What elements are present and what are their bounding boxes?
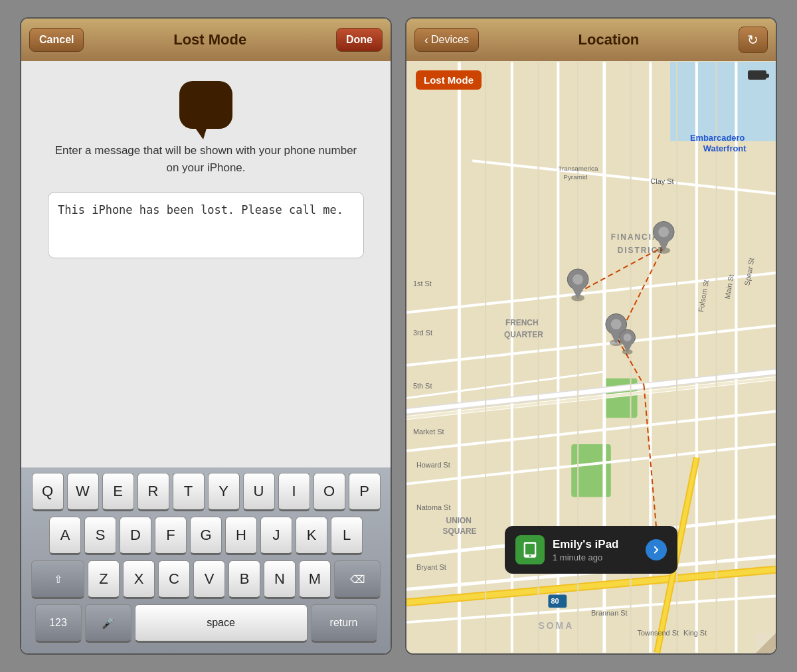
- svg-rect-90: [525, 544, 535, 554]
- key-e[interactable]: E: [102, 473, 134, 511]
- key-u[interactable]: U: [243, 473, 275, 511]
- svg-text:UNION: UNION: [446, 516, 472, 525]
- battery-icon: [748, 70, 766, 80]
- return-key[interactable]: return: [311, 604, 377, 643]
- svg-text:FRENCH: FRENCH: [505, 318, 539, 327]
- svg-text:Clay St: Clay St: [650, 177, 673, 185]
- svg-text:Bryant St: Bryant St: [416, 563, 446, 571]
- key-w[interactable]: W: [67, 473, 99, 511]
- key-n[interactable]: N: [264, 560, 296, 599]
- key-h[interactable]: H: [225, 517, 257, 555]
- nav-bar-right: ‹ Devices Location ↻: [406, 19, 776, 61]
- svg-point-91: [529, 555, 531, 557]
- chevron-right-icon: [650, 544, 662, 556]
- key-m[interactable]: M: [299, 560, 331, 599]
- nav-bar-left: Cancel Lost Mode Done: [21, 19, 391, 61]
- key-l[interactable]: L: [331, 517, 363, 555]
- key-k[interactable]: K: [296, 517, 327, 555]
- svg-text:Howard St: Howard St: [416, 461, 450, 469]
- svg-point-84: [624, 333, 632, 341]
- key-t[interactable]: T: [173, 473, 205, 511]
- key-z[interactable]: Z: [88, 560, 120, 599]
- svg-text:Embarcadero: Embarcadero: [690, 133, 745, 143]
- key-row-2: A S D F G H J K L: [24, 517, 388, 555]
- instruction-text: Enter a message that will be shown with …: [48, 142, 364, 176]
- device-popup[interactable]: Emily's iPad 1 minute ago: [505, 526, 677, 574]
- device-icon-box: [515, 535, 545, 564]
- devices-label: Devices: [431, 34, 469, 46]
- key-row-4: 123 🎤 space return: [24, 604, 388, 643]
- svg-text:SQUARE: SQUARE: [443, 527, 477, 536]
- page-title-left: Lost Mode: [173, 31, 246, 48]
- key-o[interactable]: O: [313, 473, 345, 511]
- key-row-3: ⇧ Z X C V B N M ⌫: [24, 560, 388, 599]
- svg-text:1st St: 1st St: [413, 280, 432, 288]
- key-a[interactable]: A: [49, 517, 81, 555]
- key-d[interactable]: D: [120, 517, 151, 555]
- mic-key[interactable]: 🎤: [85, 604, 132, 643]
- map-container: FINANCIAL DISTRICT FRENCH QUARTER UNION …: [406, 61, 776, 653]
- ipad-icon: [521, 541, 539, 559]
- device-detail-button[interactable]: [646, 539, 667, 560]
- svg-text:Brannan St: Brannan St: [591, 609, 628, 617]
- svg-text:QUARTER: QUARTER: [504, 330, 543, 339]
- svg-text:5th St: 5th St: [413, 382, 432, 390]
- delete-key[interactable]: ⌫: [334, 560, 381, 599]
- key-y[interactable]: Y: [208, 473, 240, 511]
- key-j[interactable]: J: [260, 517, 292, 555]
- svg-text:Transamerica: Transamerica: [558, 165, 598, 172]
- key-p[interactable]: P: [349, 473, 381, 511]
- svg-text:3rd St: 3rd St: [413, 329, 432, 337]
- speech-bubble-icon: [179, 81, 232, 129]
- shift-key[interactable]: ⇧: [31, 560, 84, 599]
- num-key[interactable]: 123: [35, 604, 82, 643]
- svg-text:Natoma St: Natoma St: [416, 503, 451, 511]
- space-key[interactable]: space: [135, 604, 308, 643]
- key-c[interactable]: C: [158, 560, 190, 599]
- key-i[interactable]: I: [278, 473, 310, 511]
- refresh-icon: ↻: [747, 32, 758, 48]
- left-phone: Cancel Lost Mode Done Enter a message th…: [20, 17, 392, 655]
- svg-text:Pyramid: Pyramid: [563, 173, 587, 181]
- svg-text:80: 80: [551, 597, 559, 605]
- chevron-left-icon: ‹: [424, 34, 428, 46]
- devices-button[interactable]: ‹ Devices: [414, 28, 479, 52]
- svg-point-72: [573, 274, 583, 285]
- keyboard: Q W E R T Y U I O P A S D F G H J K L ⇧ …: [21, 467, 391, 653]
- svg-point-76: [658, 226, 669, 237]
- device-info: Emily's iPad 1 minute ago: [553, 538, 638, 562]
- map-corner-curl: [756, 633, 776, 653]
- svg-text:Market St: Market St: [413, 428, 444, 436]
- svg-text:SOMA: SOMA: [539, 620, 575, 631]
- key-g[interactable]: G: [190, 517, 222, 555]
- refresh-button[interactable]: ↻: [739, 27, 768, 53]
- key-s[interactable]: S: [84, 517, 116, 555]
- right-phone: ‹ Devices Location ↻: [405, 17, 777, 655]
- key-q[interactable]: Q: [32, 473, 64, 511]
- key-f[interactable]: F: [155, 517, 187, 555]
- key-r[interactable]: R: [137, 473, 169, 511]
- svg-text:King St: King St: [683, 629, 707, 637]
- done-button[interactable]: Done: [336, 28, 383, 52]
- key-row-1: Q W E R T Y U I O P: [24, 473, 388, 511]
- message-input[interactable]: This iPhone has been lost. Please call m…: [48, 192, 364, 258]
- page-title-right: Location: [578, 31, 640, 48]
- key-v[interactable]: V: [193, 560, 225, 599]
- key-x[interactable]: X: [123, 560, 155, 599]
- device-name: Emily's iPad: [553, 538, 638, 551]
- cancel-button[interactable]: Cancel: [29, 28, 84, 52]
- content-area: Enter a message that will be shown with …: [21, 61, 391, 467]
- key-b[interactable]: B: [228, 560, 260, 599]
- svg-text:Townsend St: Townsend St: [638, 629, 679, 637]
- svg-text:Waterfront: Waterfront: [703, 143, 747, 153]
- device-time: 1 minute ago: [553, 552, 638, 562]
- lost-mode-badge: Lost Mode: [416, 70, 482, 90]
- svg-point-80: [611, 319, 622, 329]
